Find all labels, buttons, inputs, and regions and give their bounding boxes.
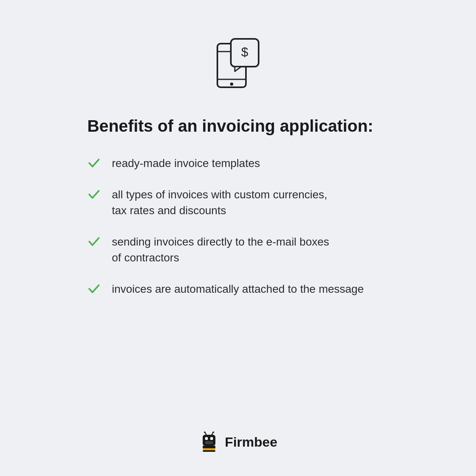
check-icon-4 — [87, 282, 101, 296]
check-icon-3 — [87, 235, 101, 248]
firmbee-bee-icon — [199, 432, 219, 452]
svg-line-11 — [212, 432, 213, 435]
invoice-mobile-icon: $ — [206, 32, 270, 97]
svg-rect-8 — [210, 437, 213, 440]
svg-rect-14 — [203, 448, 215, 450]
svg-point-3 — [230, 83, 233, 86]
svg-rect-13 — [203, 446, 215, 448]
benefit-text-1: ready-made invoice templates — [112, 155, 260, 172]
benefit-item-1: ready-made invoice templates — [87, 155, 389, 172]
svg-rect-15 — [203, 450, 215, 452]
firmbee-logo: Firmbee — [199, 432, 277, 452]
hero-icon-area: $ — [206, 32, 270, 97]
footer: Firmbee — [199, 416, 277, 452]
benefit-text-4: invoices are automatically attached to t… — [112, 281, 364, 298]
benefit-item-3: sending invoices directly to the e-mail … — [87, 234, 389, 266]
check-icon-1 — [87, 156, 101, 170]
main-container: $ Benefits of an invoicing application: … — [0, 0, 476, 476]
benefit-item-4: invoices are automatically attached to t… — [87, 281, 389, 298]
svg-rect-7 — [205, 437, 208, 440]
benefit-text-3: sending invoices directly to the e-mail … — [112, 234, 329, 266]
svg-line-9 — [205, 432, 206, 435]
firmbee-brand-name: Firmbee — [225, 434, 277, 450]
benefits-list: ready-made invoice templates all types o… — [87, 155, 389, 416]
benefit-text-2: all types of invoices with custom curren… — [112, 187, 327, 219]
check-icon-2 — [87, 188, 101, 201]
page-heading: Benefits of an invoicing application: — [87, 117, 389, 136]
svg-text:$: $ — [241, 45, 248, 59]
benefit-item-2: all types of invoices with custom curren… — [87, 187, 389, 219]
